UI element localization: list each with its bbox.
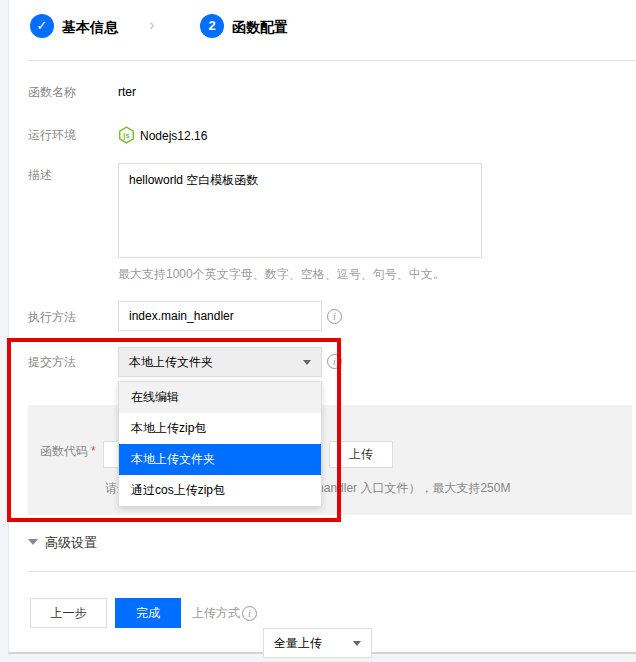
step2-label: 函数配置: [232, 19, 288, 35]
submit-method-selected-value: 本地上传文件夹: [129, 354, 213, 371]
function-code-label-text: 函数代码: [40, 444, 88, 458]
page: { "steps": { "step1": { "label": "基本信息",…: [0, 0, 636, 662]
main-panel: [8, 0, 636, 654]
advanced-settings-label: 高级设置: [45, 535, 97, 550]
dropdown-option-local-folder[interactable]: 本地上传文件夹: [119, 444, 321, 475]
submit-method-select[interactable]: 本地上传文件夹: [118, 347, 322, 377]
field-label-submit-method: 提交方法: [28, 355, 76, 369]
required-asterisk: *: [91, 444, 96, 458]
upload-mode-label-group: 上传方式 i: [192, 605, 257, 622]
caret-down-icon: [303, 360, 311, 365]
dropdown-option-local-zip[interactable]: 本地上传zip包: [119, 413, 321, 444]
dropdown-option-cos-zip[interactable]: 通过cos上传zip包: [119, 475, 321, 506]
field-label-handler: 执行方法: [28, 310, 76, 324]
footer-divider: [28, 571, 636, 572]
upload-button[interactable]: 上传: [329, 441, 393, 468]
description-textarea[interactable]: helloworld 空白模板函数: [118, 163, 482, 258]
handler-input[interactable]: [118, 301, 322, 331]
finish-button[interactable]: 完成: [115, 598, 181, 628]
handler-info-icon[interactable]: i: [327, 309, 342, 324]
caret-down-icon: [353, 641, 361, 646]
header-divider: [28, 60, 636, 61]
chevron-right-icon: ›: [149, 15, 155, 35]
caret-down-icon: [28, 539, 38, 545]
step1-label: 基本信息: [62, 19, 118, 35]
step2-number-badge: 2: [200, 14, 224, 38]
step1-done-check-icon: ✓: [30, 14, 54, 38]
nodejs-icon: js: [118, 126, 135, 147]
upload-mode-select[interactable]: 全量上传: [263, 628, 372, 658]
svg-text:js: js: [122, 131, 129, 140]
upload-mode-info-icon[interactable]: i: [242, 606, 257, 621]
upload-mode-selected-value: 全量上传: [274, 635, 322, 652]
advanced-settings-toggle[interactable]: 高级设置: [28, 534, 97, 552]
field-label-description: 描述: [28, 168, 52, 182]
upload-mode-label: 上传方式: [192, 605, 240, 622]
field-label-function-name: 函数名称: [28, 85, 76, 99]
runtime-value: Nodejs12.16: [140, 129, 207, 143]
previous-step-button[interactable]: 上一步: [30, 598, 107, 628]
function-name-value: rter: [118, 85, 136, 99]
field-label-runtime: 运行环境: [28, 128, 76, 142]
dropdown-option-online-edit[interactable]: 在线编辑: [119, 382, 321, 413]
description-hint: 最大支持1000个英文字母、数字、空格、逗号、句号、中文。: [118, 267, 445, 281]
field-label-function-code: 函数代码*: [40, 444, 96, 458]
submit-method-dropdown: 在线编辑 本地上传zip包 本地上传文件夹 通过cos上传zip包: [118, 381, 322, 507]
submit-method-info-icon[interactable]: i: [327, 354, 342, 369]
